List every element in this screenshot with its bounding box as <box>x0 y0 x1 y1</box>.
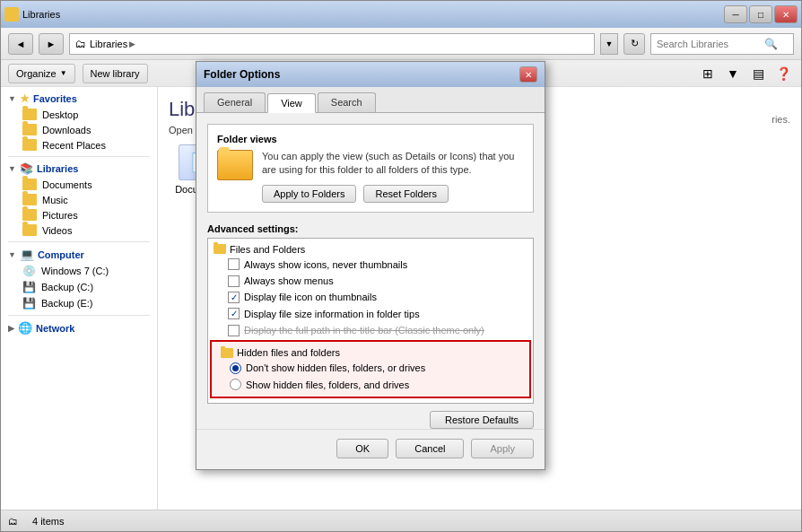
dialog-body: Folder views You can apply the view (suc… <box>196 113 545 414</box>
folder-views-content: You can apply the view (such as Details … <box>217 150 524 203</box>
dont-show-hidden-radio[interactable] <box>230 362 241 374</box>
hide-empty-drives-label: Hide empty drives in the Computer folder <box>244 402 423 404</box>
files-folders-label: Files and Folders <box>230 244 305 255</box>
always-show-icons-label: Always show icons, never thumbnails <box>244 258 407 271</box>
dialog-tabs: General View Search <box>196 87 545 113</box>
settings-item-display-full-path[interactable]: Display the full path in the title bar (… <box>208 322 533 338</box>
ok-button[interactable]: OK <box>336 439 388 458</box>
restore-defaults-button[interactable]: Restore Defaults <box>430 411 534 429</box>
reset-folders-button[interactable]: Reset Folders <box>363 185 448 203</box>
show-hidden-radio[interactable] <box>230 379 241 390</box>
always-show-menus-checkbox[interactable] <box>228 275 240 287</box>
hidden-files-label: Hidden files and folders <box>237 347 340 358</box>
dialog-title: Folder Options <box>204 68 280 81</box>
files-folders-icon <box>214 244 226 254</box>
dialog-close-button[interactable]: ✕ <box>519 66 537 83</box>
folder-views-description: You can apply the view (such as Details … <box>262 150 524 178</box>
settings-item-always-show-icons[interactable]: Always show icons, never thumbnails <box>208 257 533 273</box>
show-hidden-label: Show hidden files, folders, and drives <box>246 379 409 391</box>
files-and-folders-header: Files and Folders <box>208 242 533 257</box>
display-full-path-checkbox[interactable] <box>228 325 240 336</box>
apply-to-folders-button[interactable]: Apply to Folders <box>262 185 356 203</box>
folder-large-icon <box>217 150 253 180</box>
settings-item-hide-empty-drives[interactable]: Hide empty drives in the Computer folder <box>208 400 533 404</box>
display-file-size-checkbox[interactable] <box>228 308 240 319</box>
hidden-files-header: Hidden files and folders <box>215 345 526 360</box>
always-show-icons-checkbox[interactable] <box>228 258 240 270</box>
dialog-title-bar: Folder Options ✕ <box>196 62 545 87</box>
settings-list: Files and Folders Always show icons, nev… <box>208 239 533 404</box>
display-file-size-label: Display file size information in folder … <box>244 308 420 320</box>
settings-item-display-file-icon[interactable]: Display file icon on thumbnails <box>208 289 533 305</box>
dialog-footer: OK Cancel Apply <box>196 429 545 469</box>
settings-list-container[interactable]: Files and Folders Always show icons, nev… <box>207 238 534 404</box>
folder-views-buttons: Apply to Folders Reset Folders <box>262 185 524 203</box>
settings-item-show-hidden[interactable]: Show hidden files, folders, and drives <box>215 377 526 393</box>
settings-item-always-show-menus[interactable]: Always show menus <box>208 273 533 289</box>
settings-item-dont-show-hidden[interactable]: Don't show hidden files, folders, or dri… <box>215 360 526 376</box>
tab-search[interactable]: Search <box>318 92 376 112</box>
always-show-menus-label: Always show menus <box>244 275 334 287</box>
folder-options-dialog: Folder Options ✕ General View Search Fol… <box>196 61 545 470</box>
display-file-icon-label: Display file icon on thumbnails <box>244 291 377 303</box>
advanced-settings-label: Advanced settings: <box>207 223 534 234</box>
apply-button[interactable]: Apply <box>471 439 534 458</box>
tab-view[interactable]: View <box>267 93 316 113</box>
explorer-window: Libraries ─ □ ✕ ◄ ► 🗂 Libraries ▶ ▼ ↻ 🔍 <box>0 0 802 532</box>
folder-views-right: You can apply the view (such as Details … <box>262 150 524 203</box>
settings-item-display-file-size[interactable]: Display file size information in folder … <box>208 306 533 322</box>
hidden-files-group: Hidden files and folders Don't show hidd… <box>210 340 531 398</box>
display-file-icon-checkbox[interactable] <box>228 292 240 303</box>
dont-show-hidden-label: Don't show hidden files, folders, or dri… <box>246 362 425 374</box>
hidden-files-folder-icon <box>221 348 233 358</box>
dialog-overlay: Folder Options ✕ General View Search Fol… <box>0 0 802 532</box>
display-full-path-label: Display the full path in the title bar (… <box>244 324 484 336</box>
folder-views-title: Folder views <box>217 134 524 144</box>
hide-empty-drives-checkbox[interactable] <box>228 403 240 404</box>
folder-views-box: Folder views You can apply the view (suc… <box>207 124 534 213</box>
tab-general[interactable]: General <box>204 92 266 112</box>
cancel-button[interactable]: Cancel <box>396 439 464 458</box>
